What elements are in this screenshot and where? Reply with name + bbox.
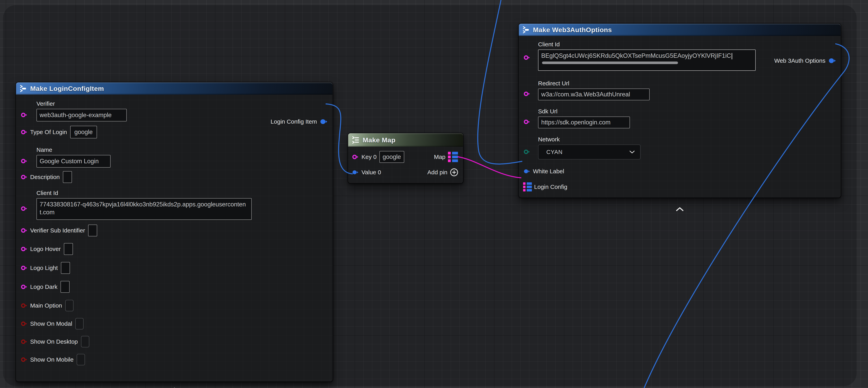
make-map-row-1: Value 0 Add pin — [352, 168, 459, 177]
string-pin-client-id[interactable] — [523, 55, 531, 60]
pin-field-redirect-url: Redirect Url w3a://com.w3a.Web3AuthUnrea… — [523, 80, 681, 100]
chevron-down-icon — [629, 150, 635, 154]
map-container-pin-icon[interactable] — [448, 151, 459, 162]
bool-pin-show-on-modal[interactable] — [20, 321, 28, 326]
pin-label-logo-dark: Logo Dark — [30, 283, 57, 290]
node-make-web3authoptions[interactable]: Make Web3AuthOptions Web 3Auth Options C… — [518, 23, 841, 198]
key0-input[interactable]: google — [379, 151, 404, 163]
pin-field-logo-light: Logo Light — [20, 262, 328, 274]
node-header-make-loginconfigitem[interactable]: Make LoginConfigItem — [16, 82, 333, 95]
node-title: Make Map — [363, 136, 396, 144]
pin-label-white-label: White Label — [533, 168, 564, 175]
client-id-input[interactable]: BEglQSgt4cUWcj6SKRdu5QkOXTsePmMcusG5EAoy… — [538, 50, 756, 71]
output-pin-row-map[interactable]: Map — [434, 151, 459, 162]
output-pin-label-map: Map — [434, 154, 445, 160]
struct-pin-value0[interactable] — [352, 170, 360, 175]
string-pin-type-of-login[interactable] — [20, 129, 28, 135]
pin-field-white-label: White Label — [523, 168, 836, 175]
pin-field-show-on-mobile: Show On Mobile — [20, 354, 328, 365]
pin-field-verifier: Verifier web3auth-google-example — [20, 100, 131, 121]
verifier-sub-identifier-input[interactable] — [88, 225, 97, 236]
node-title: Make Web3AuthOptions — [533, 26, 612, 34]
pin-field-logo-dark: Logo Dark — [20, 281, 328, 293]
redirect-url-input[interactable]: w3a://com.w3a.Web3AuthUnreal — [538, 89, 650, 100]
pin-field-value0: Value 0 — [352, 169, 381, 176]
node-make-loginconfigitem[interactable]: Make LoginConfigItem Login Config Item V… — [16, 82, 333, 382]
output-pin-row-web3auth-options[interactable]: Web 3Auth Options — [774, 57, 837, 64]
map-container-pin-login-config[interactable] — [523, 182, 532, 192]
pin-label-network: Network — [538, 136, 681, 143]
pin-label-client-id: Client Id — [36, 189, 257, 197]
pin-field-client-id: Client Id BEglQSgt4cUWcj6SKRdu5QkOXTsePm… — [523, 41, 760, 71]
bool-pin-main-option[interactable] — [20, 303, 28, 308]
add-pin-button[interactable]: Add pin — [427, 168, 459, 177]
string-pin-logo-light[interactable] — [20, 265, 28, 270]
string-pin-redirect-url[interactable] — [523, 91, 531, 96]
text-caret — [732, 53, 732, 59]
bool-pin-show-on-desktop[interactable] — [20, 339, 28, 344]
string-pin-description[interactable] — [20, 175, 28, 180]
logo-dark-input[interactable] — [61, 281, 69, 293]
string-pin-logo-dark[interactable] — [20, 284, 28, 290]
enum-pin-network[interactable] — [523, 149, 531, 154]
pin-label-show-on-mobile: Show On Mobile — [30, 356, 73, 363]
pin-field-description: Description — [20, 171, 328, 183]
pin-field-logo-hover: Logo Hover — [20, 243, 328, 255]
pin-label-verifier-sub-identifier: Verifier Sub Identifier — [30, 227, 85, 234]
pin-label-key0: Key 0 — [362, 153, 377, 160]
output-pin-row-login-config-item[interactable]: Login Config Item — [271, 118, 328, 125]
pin-field-name: Name Google Custom Login — [20, 146, 131, 168]
show-on-mobile-checkbox[interactable] — [77, 354, 85, 365]
pin-field-sdk-url: Sdk Url https://sdk.openlogin.com — [523, 108, 681, 128]
output-pin-label: Web 3Auth Options — [774, 57, 826, 64]
string-pin-client-id[interactable] — [20, 206, 28, 211]
pin-label-logo-light: Logo Light — [30, 264, 58, 271]
verifier-input[interactable]: web3auth-google-example — [36, 109, 127, 121]
pin-label-main-option: Main Option — [30, 302, 62, 309]
type-of-login-input[interactable]: google — [70, 126, 97, 139]
input-horizontal-scrollbar[interactable] — [542, 61, 678, 64]
string-pin-verifier[interactable] — [20, 112, 28, 118]
pin-field-type-of-login: Type Of Login google — [20, 126, 328, 139]
pin-label-show-on-modal: Show On Modal — [30, 320, 72, 327]
pin-field-show-on-desktop: Show On Desktop — [20, 336, 328, 348]
show-on-modal-checkbox[interactable] — [75, 318, 84, 329]
pin-field-show-on-modal: Show On Modal — [20, 318, 328, 329]
main-option-checkbox[interactable] — [65, 300, 73, 311]
pin-field-key0: Key 0 google — [352, 151, 404, 163]
pin-label-type-of-login: Type Of Login — [30, 128, 67, 136]
bool-pin-show-on-mobile[interactable] — [20, 357, 28, 362]
node-header-make-web3authoptions[interactable]: Make Web3AuthOptions — [519, 24, 841, 36]
network-dropdown[interactable]: CYAN — [538, 145, 641, 159]
output-pin-label: Login Config Item — [271, 118, 317, 125]
string-pin-name[interactable] — [20, 158, 28, 163]
struct-pin-white-label[interactable] — [523, 169, 531, 174]
sdk-url-input[interactable]: https://sdk.openlogin.com — [538, 117, 630, 128]
node-header-make-map[interactable]: Make Map — [348, 133, 463, 147]
collapse-node-chevron-up-icon[interactable] — [170, 387, 179, 388]
string-pin-logo-hover[interactable] — [20, 246, 28, 251]
network-selected-value: CYAN — [546, 149, 562, 155]
output-pin-web3auth-options[interactable] — [828, 58, 837, 64]
string-pin-sdk-url[interactable] — [523, 119, 531, 124]
logo-light-input[interactable] — [61, 262, 70, 274]
pin-label-sdk-url: Sdk Url — [538, 108, 681, 115]
show-on-desktop-checkbox[interactable] — [81, 336, 89, 348]
pin-field-main-option: Main Option — [20, 300, 328, 311]
string-pin-key0[interactable] — [352, 154, 360, 159]
string-pin-verifier-sub-identifier[interactable] — [20, 228, 28, 233]
make-struct-icon — [522, 26, 530, 33]
description-input[interactable] — [63, 171, 72, 183]
logo-hover-input[interactable] — [64, 243, 73, 255]
client-id-input[interactable]: 774338308167-q463s7kpvja16l4l0kko3nb925i… — [36, 198, 252, 220]
pin-field-client-id: Client Id 774338308167-q463s7kpvja16l4l0… — [20, 189, 257, 220]
node-title: Make LoginConfigItem — [30, 85, 104, 92]
add-pin-plus-icon — [450, 168, 459, 177]
name-input[interactable]: Google Custom Login — [36, 155, 111, 168]
node-make-map[interactable]: Make Map Key 0 google Map — [348, 133, 464, 184]
pin-label-verifier: Verifier — [36, 100, 131, 107]
blueprint-graph-canvas[interactable]: { "colors":{ "pin_string":"#e22be2","pin… — [0, 0, 868, 388]
output-pin-login-config-item[interactable] — [319, 119, 328, 125]
collapse-node-chevron-up-icon[interactable] — [676, 207, 684, 212]
pin-label-login-config: Login Config — [534, 183, 567, 190]
